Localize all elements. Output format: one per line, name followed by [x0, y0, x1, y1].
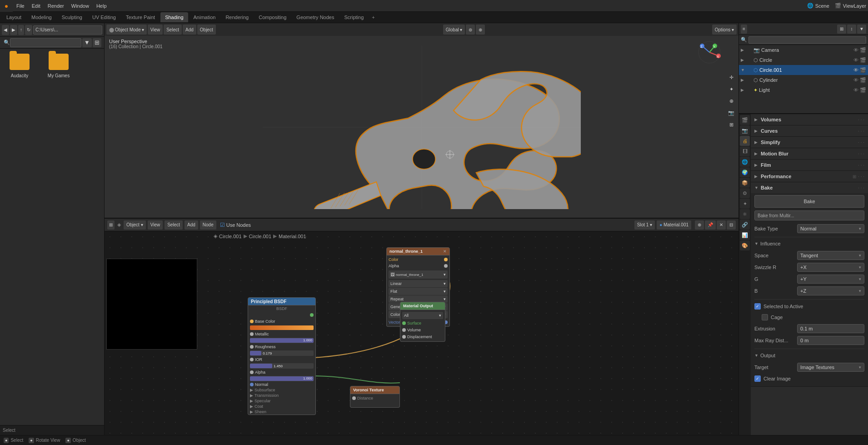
mode-selector[interactable]: ⬤ Object Mode ▾	[106, 25, 147, 35]
outliner-filter2-btn[interactable]: ▼	[857, 25, 866, 34]
add-workspace-tab[interactable]: +	[369, 12, 377, 22]
breadcrumb-circle001[interactable]: Circle.001	[219, 234, 242, 239]
clear-image-checkbox[interactable]	[754, 375, 761, 382]
circle-render-icon[interactable]: 🎬	[860, 57, 866, 63]
selected-to-active-checkbox[interactable]	[754, 303, 761, 310]
swizzle-r-selector[interactable]: +X ▾	[797, 263, 864, 272]
props-tab-object[interactable]: 📦	[740, 178, 750, 188]
filter-button[interactable]: ▼	[82, 38, 92, 47]
section-volumes-header[interactable]: ▶ Volumes · · ·	[751, 114, 868, 125]
menu-edit[interactable]: Edit	[28, 0, 44, 11]
props-tab-particles[interactable]: ✦	[740, 199, 750, 209]
ne-browse-btn[interactable]: ⊕	[695, 220, 704, 230]
swizzle-b-selector[interactable]: +Z ▾	[797, 286, 864, 295]
tab-modeling[interactable]: Modeling	[27, 12, 56, 22]
bsdf-coat-expand[interactable]: ▶ Coat	[248, 404, 315, 409]
file-status-select[interactable]: Select	[3, 428, 15, 433]
light-visible-icon[interactable]: 👁	[853, 87, 859, 93]
node-object-selector[interactable]: Object ▾	[124, 220, 146, 230]
tab-uv-editing[interactable]: UV Editing	[88, 12, 120, 22]
nav-refresh-button[interactable]: ↻	[25, 25, 32, 35]
camera-render-icon[interactable]: 🎬	[860, 47, 866, 53]
nav-forward-button[interactable]: ▶	[10, 25, 17, 35]
output-all-row[interactable]: All ▾	[402, 312, 443, 319]
bsdf-roughness-field[interactable]: 0.179	[250, 350, 314, 356]
img-flat-row[interactable]: Flat ▾	[389, 288, 448, 295]
section-performance-header[interactable]: ▶ Performance ⊞ · · ·	[751, 171, 868, 182]
props-tab-output[interactable]: 🖨	[740, 136, 750, 146]
move-tool-btn[interactable]: ✛	[726, 72, 737, 83]
outliner-search-input[interactable]	[748, 36, 866, 44]
props-tab-scene2[interactable]: 🌐	[740, 157, 750, 167]
props-tab-render[interactable]: 📷	[740, 125, 750, 135]
bake-type-selector[interactable]: Normal ▾	[797, 224, 864, 233]
tab-geometry-nodes[interactable]: Geometry Nodes	[292, 12, 339, 22]
props-tab-data[interactable]: 📊	[740, 230, 750, 240]
circle001-visible-icon[interactable]: 👁	[853, 67, 859, 73]
file-item-mygames[interactable]: My Games	[43, 52, 75, 78]
section-curves-header[interactable]: ▶ Curves · · ·	[751, 125, 868, 136]
tab-shading[interactable]: Shading	[160, 12, 188, 22]
outliner-item-cylinder[interactable]: ▶ ⬡ Cylinder 👁 🎬	[739, 75, 868, 85]
bsdf-specular-expand[interactable]: ▶ Specular	[248, 398, 315, 404]
slot-selector[interactable]: Slot 1 ▾	[634, 220, 655, 230]
section-bake-header[interactable]: ▼ Bake · · ·	[751, 182, 868, 193]
cage-checkbox[interactable]	[762, 314, 768, 320]
section-motion-blur-header[interactable]: ▶ Motion Blur · · ·	[751, 148, 868, 159]
ne-pin-btn[interactable]: 📌	[705, 220, 716, 230]
props-tab-world[interactable]: 🌍	[740, 167, 750, 177]
bsdf-sheen-expand[interactable]: ▶ Sheen	[248, 409, 315, 415]
props-tab-constraints[interactable]: 🔗	[740, 220, 750, 230]
viewport-select-btn[interactable]: Select	[164, 25, 182, 35]
cursor-btn[interactable]: ✦	[726, 84, 737, 95]
viewport-add-btn[interactable]: Add	[183, 25, 196, 35]
extrusion-field[interactable]: 0.1 m	[797, 324, 864, 333]
outliner-item-light[interactable]: ▶ ✦ Light 👁 🎬	[739, 85, 868, 95]
bsdf-transmission-expand[interactable]: ▶ Transmission	[248, 393, 315, 398]
outliner-filter-btn[interactable]: ⊞	[837, 25, 846, 34]
bake-button[interactable]: Bake	[754, 195, 864, 208]
img-linear-row[interactable]: Linear ▾	[389, 280, 448, 287]
props-tab-view-layer[interactable]: 🎞	[740, 146, 750, 156]
tab-layout[interactable]: Layout	[2, 12, 26, 22]
section-film-header[interactable]: ▶ Film · · ·	[751, 160, 868, 170]
breadcrumb-circle001b[interactable]: Circle.001	[249, 234, 272, 239]
outliner-item-circle001[interactable]: ▼ ⬡ Circle.001 👁 🎬	[739, 65, 868, 75]
node-view-btn[interactable]: View	[148, 220, 163, 230]
proportional-edit-btn[interactable]: ⊚	[466, 25, 475, 35]
camera-visible-icon[interactable]: 👁	[853, 47, 859, 53]
node-view-mode-btn[interactable]: ⊞	[107, 220, 115, 230]
tab-sculpting[interactable]: Sculpting	[57, 12, 87, 22]
bsdf-base-color-field[interactable]	[250, 325, 314, 330]
use-nodes-toggle[interactable]: ☑ Use Nodes	[220, 222, 251, 228]
menu-file[interactable]: File	[13, 0, 28, 11]
circle001-render-icon[interactable]: 🎬	[860, 67, 866, 73]
space-selector[interactable]: Tangent ▾	[797, 251, 864, 260]
grid-btn[interactable]: ⊞	[726, 119, 737, 130]
output-header[interactable]: ▼ Output	[754, 351, 864, 360]
file-item-audacity[interactable]: Audacity	[4, 52, 35, 78]
circle-visible-icon[interactable]: 👁	[853, 57, 859, 63]
bsdf-alpha-field[interactable]: 1.000	[250, 376, 314, 381]
snap-btn[interactable]: ⊕	[476, 25, 485, 35]
path-input[interactable]	[33, 25, 102, 35]
tab-scripting[interactable]: Scripting	[339, 12, 368, 22]
img-texture-close[interactable]: ✕	[443, 249, 447, 254]
light-render-icon[interactable]: 🎬	[860, 87, 866, 93]
props-tab-physics[interactable]: ⚛	[740, 209, 750, 219]
nav-back-button[interactable]: ◀	[2, 25, 9, 35]
outliner-item-camera[interactable]: ▶ 📷 Camera 👁 🎬	[739, 45, 868, 55]
view-mode-button[interactable]: ⊞	[93, 38, 101, 47]
tab-texture-paint[interactable]: Texture Paint	[121, 12, 160, 22]
bsdf-ior-field[interactable]: 1.450	[250, 363, 314, 369]
node-node-btn[interactable]: Node	[200, 220, 216, 230]
outliner-sort-btn[interactable]: ↕	[847, 25, 856, 34]
ne-close-btn[interactable]: ✕	[717, 220, 726, 230]
cylinder-render-icon[interactable]: 🎬	[860, 77, 866, 83]
max-ray-dist-field[interactable]: 0 m	[797, 336, 864, 345]
outliner-item-circle[interactable]: ▶ ⬡ Circle 👁 🎬	[739, 55, 868, 65]
material-selector[interactable]: ● Material.001	[657, 220, 691, 230]
breadcrumb-material[interactable]: Material.001	[279, 234, 306, 239]
search-input[interactable]	[10, 38, 81, 47]
viewport-view-btn[interactable]: View	[148, 25, 163, 35]
